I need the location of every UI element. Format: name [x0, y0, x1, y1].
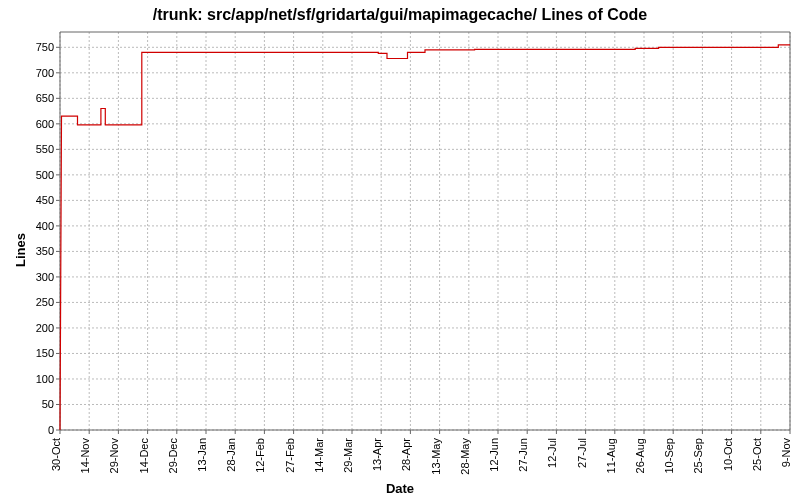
x-tick-label: 12-Feb — [254, 438, 266, 473]
x-tick-label: 26-Aug — [634, 438, 646, 473]
x-tick-label: 27-Feb — [284, 438, 296, 473]
y-tick-label: 650 — [36, 92, 54, 104]
chart-container: /trunk: src/app/net/sf/gridarta/gui/mapi… — [0, 0, 800, 500]
series-line — [60, 45, 790, 430]
x-tick-label: 12-Jul — [546, 438, 558, 468]
x-tick-label: 28-Jan — [225, 438, 237, 472]
y-tick-label: 200 — [36, 322, 54, 334]
x-tick-label: 13-May — [430, 438, 442, 475]
x-tick-label: 9-Nov — [780, 438, 792, 468]
x-tick-label: 11-Aug — [605, 438, 617, 473]
x-tick-label: 29-Dec — [167, 438, 179, 474]
y-tick-label: 600 — [36, 118, 54, 130]
y-tick-label: 500 — [36, 169, 54, 181]
x-tick-label: 10-Oct — [722, 438, 734, 471]
x-tick-label: 27-Jul — [576, 438, 588, 468]
y-tick-label: 100 — [36, 373, 54, 385]
y-tick-label: 550 — [36, 143, 54, 155]
x-tick-label: 28-Apr — [400, 438, 412, 471]
x-tick-label: 13-Jan — [196, 438, 208, 472]
chart-svg: 0501001502002503003504004505005506006507… — [0, 0, 800, 500]
x-tick-label: 27-Jun — [517, 438, 529, 472]
y-tick-label: 0 — [48, 424, 54, 436]
x-tick-label: 10-Sep — [663, 438, 675, 473]
y-tick-label: 450 — [36, 194, 54, 206]
x-tick-label: 14-Mar — [313, 438, 325, 473]
y-tick-label: 350 — [36, 245, 54, 257]
y-tick-label: 50 — [42, 398, 54, 410]
y-tick-label: 750 — [36, 41, 54, 53]
y-tick-label: 250 — [36, 296, 54, 308]
x-tick-label: 13-Apr — [371, 438, 383, 471]
y-tick-label: 400 — [36, 220, 54, 232]
x-tick-label: 30-Oct — [50, 438, 62, 471]
y-tick-label: 150 — [36, 347, 54, 359]
x-tick-label: 28-May — [459, 438, 471, 475]
x-tick-label: 25-Oct — [751, 438, 763, 471]
x-tick-label: 25-Sep — [692, 438, 704, 473]
x-tick-label: 29-Nov — [108, 438, 120, 474]
x-tick-label: 29-Mar — [342, 438, 354, 473]
y-tick-label: 300 — [36, 271, 54, 283]
x-tick-label: 12-Jun — [488, 438, 500, 472]
y-tick-label: 700 — [36, 67, 54, 79]
x-tick-label: 14-Nov — [79, 438, 91, 474]
x-tick-label: 14-Dec — [138, 438, 150, 474]
